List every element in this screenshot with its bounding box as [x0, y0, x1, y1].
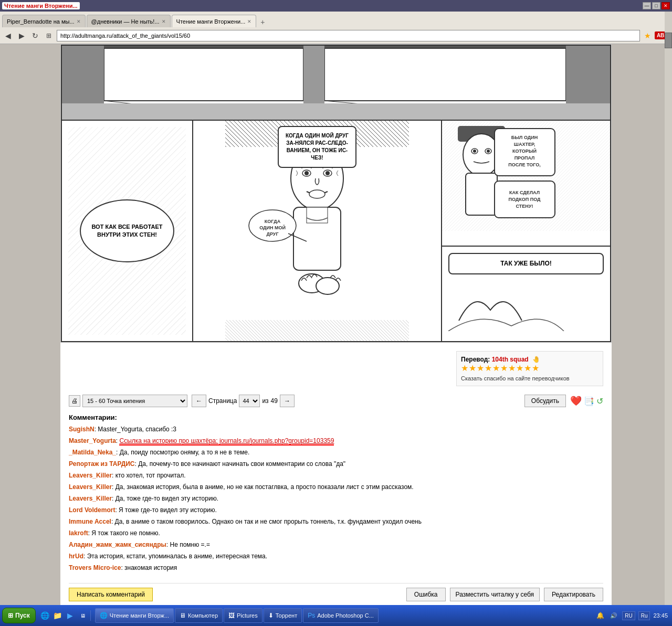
page-label: Страница: [208, 397, 237, 405]
quick-launch-show-desktop[interactable]: 🖥: [78, 610, 88, 621]
comment-text-12: : Эта история, кстати, упоминалась в ани…: [83, 553, 267, 560]
taskbar-item-photoshop[interactable]: Ps Adobe Photoshop C...: [303, 608, 379, 623]
quick-launch-folder[interactable]: 📁: [52, 610, 63, 621]
translation-team-link[interactable]: 104th squad: [492, 356, 529, 363]
maximize-button[interactable]: □: [652, 2, 660, 9]
new-tab-button[interactable]: +: [257, 17, 268, 27]
comment-author-8[interactable]: Lord Voldemort: [69, 506, 115, 514]
tab-bar: Piper_Bernadotte на мы... ✕ @дневники — …: [0, 12, 672, 27]
start-label: Пуск: [15, 612, 30, 619]
taskbar-item-torrent[interactable]: ⬇ Торрент: [264, 608, 302, 623]
quick-launch-media[interactable]: ▶: [65, 610, 76, 621]
comment-author-7[interactable]: Leavers_Killer: [69, 495, 112, 502]
edit-button[interactable]: Редактировать: [544, 588, 603, 601]
lang-button-ru2[interactable]: Ru: [638, 611, 650, 620]
svg-text:КАК СДЕЛАЛ: КАК СДЕЛАЛ: [509, 190, 540, 195]
taskbar-item-manga-label: Чтение манги Вторж...: [110, 612, 169, 619]
comment-link-2[interactable]: Ссылка на историю про шахтёра: journals.…: [119, 437, 334, 445]
comment-4: Репортаж из ТАРДИС: Да, почему-то все на…: [69, 459, 603, 469]
comments-title: Комментарии:: [69, 413, 603, 421]
taskbar-item-manga[interactable]: 🌐 Чтение манги Вторж...: [95, 608, 174, 623]
scroll-thumb[interactable]: [665, 33, 672, 48]
svg-point-18: [326, 171, 330, 175]
svg-rect-1: [104, 48, 303, 101]
comment-author-2[interactable]: Master_Yogurta: [69, 437, 116, 444]
taskbar-item-manga-icon: 🌐: [100, 612, 108, 619]
svg-rect-37: [466, 173, 497, 215]
print-icon[interactable]: 🖨: [69, 395, 80, 407]
address-input[interactable]: [60, 33, 636, 39]
panel-center: КОГДА ОДИН МОЙ ДРУГ КОГД: [193, 121, 442, 341]
comment-text-1: : Master_Yogurta, спасибо :3: [94, 426, 176, 433]
manga-main-panel: ВОТ КАК ВСЕ РАБОТАЕТ ВНУТРИ ЭТИХ СТЕН!: [61, 121, 611, 342]
next-page-button[interactable]: →: [280, 395, 295, 407]
action-icons: ❤️ 📑 ↺: [570, 395, 603, 407]
tab-2-close[interactable]: ✕: [162, 19, 166, 24]
svg-point-17: [304, 171, 309, 175]
taskbar-notify-icon-2: 🔊: [608, 610, 619, 621]
comment-author-13[interactable]: Trovers Micro-ice: [69, 564, 121, 571]
taskbar-item-torrent-label: Торрент: [276, 612, 297, 619]
comment-author-1[interactable]: SugishN: [69, 426, 94, 433]
svg-text:ПРОПАЛ: ПРОПАЛ: [514, 155, 535, 161]
svg-text:СТЕНУ!: СТЕНУ!: [516, 204, 533, 209]
start-button[interactable]: ⊞ Пуск: [2, 608, 36, 623]
comment-author-12[interactable]: hrUd: [69, 553, 83, 560]
minimize-button[interactable]: —: [643, 2, 651, 9]
lang-button-ru[interactable]: RU: [622, 611, 635, 620]
taskbar-item-pictures-label: Pictures: [237, 612, 258, 619]
prev-page-button[interactable]: ←: [192, 395, 206, 407]
comment-author-11[interactable]: Аладин_жамк_жамк_сисяндры: [69, 541, 166, 548]
taskbar-item-pictures[interactable]: 🖼 Pictures: [224, 608, 262, 623]
tab-3-close[interactable]: ✕: [247, 19, 251, 24]
taskbar-item-photoshop-label: Adobe Photoshop C...: [317, 612, 374, 619]
svg-text:ДРУГ: ДРУГ: [267, 231, 279, 237]
manga-top-strip: [61, 45, 611, 121]
quick-launch-ie[interactable]: 🌐: [40, 610, 50, 621]
page-select[interactable]: 44: [239, 395, 260, 407]
close-button[interactable]: ✕: [662, 2, 670, 9]
tab-2[interactable]: @дневники — Не ныть!... ✕: [87, 15, 171, 27]
clock: 23:45: [653, 612, 668, 619]
page-nav: ← Страница 44 из 49 →: [192, 395, 295, 407]
svg-text:ПОДКОП ПОД: ПОДКОП ПОД: [509, 197, 541, 202]
comment-author-10[interactable]: Iakroft: [69, 529, 88, 537]
comment-text-13: : знакомая история: [121, 564, 177, 571]
bookmark-icon[interactable]: 📑: [584, 396, 594, 406]
write-comment-button[interactable]: Написать комментарий: [69, 588, 153, 601]
chapter-select[interactable]: 15 - 60 Точка кипения: [82, 395, 187, 407]
comment-text-11: : Не помню =.=: [166, 541, 210, 548]
home-button[interactable]: ⊞: [43, 30, 55, 41]
bookmark-star[interactable]: ★: [642, 30, 654, 41]
tab-1[interactable]: Piper_Bernadotte на мы... ✕: [2, 15, 86, 27]
back-button[interactable]: ◀: [2, 30, 14, 41]
manga-top-panel: [62, 46, 610, 121]
taskbar-item-computer[interactable]: 🖥 Компьютер: [175, 608, 223, 623]
info-controls: Перевод: 104th squad 🤚 ★★★★★★★★★★ Сказат…: [60, 347, 612, 606]
comment-10: Iakroft: Я тож такого не помню.: [69, 528, 603, 538]
comment-author-6[interactable]: Leavers_Killer: [69, 483, 112, 491]
comment-author-3[interactable]: _Matilda_Neka_: [69, 449, 116, 456]
address-bar[interactable]: [57, 30, 640, 41]
comment-6: Leavers_Killer: Да, знакомая история, бы…: [69, 482, 603, 492]
reload-button[interactable]: ↻: [29, 30, 41, 41]
taskbar-item-torrent-icon: ⬇: [268, 612, 274, 619]
comment-text-4: : Да, почему-то все начинают начинать св…: [135, 460, 346, 468]
tab-1-close[interactable]: ✕: [77, 19, 81, 24]
tab-3[interactable]: Чтение манги Вторжени... ✕: [172, 15, 257, 27]
comment-author-5[interactable]: Leavers_Killer: [69, 472, 112, 479]
comment-author-4[interactable]: Репортаж из ТАРДИС: [69, 460, 135, 468]
error-button[interactable]: Ошибка: [406, 588, 446, 601]
comment-author-9[interactable]: Immune Accel: [69, 518, 111, 525]
nav-bar: ◀ ▶ ↻ ⊞ ★ ABP: [0, 27, 672, 44]
forward-button[interactable]: ▶: [16, 30, 27, 41]
heart-icon[interactable]: ❤️: [570, 395, 582, 407]
refresh-icon[interactable]: ↺: [596, 396, 603, 406]
page-scrollbar[interactable]: [665, 12, 672, 605]
svg-text:ПОСЛЕ ТОГО,: ПОСЛЕ ТОГО,: [508, 162, 540, 167]
comment-text-5: : кто хотел, тот прочитал.: [112, 472, 186, 479]
discuss-button[interactable]: Обсудить: [524, 395, 566, 407]
title-bar: Чтение манги Вторжени... — □ ✕: [0, 0, 672, 12]
place-reader-button[interactable]: Разместить читалку у себя: [450, 588, 540, 601]
comment-5: Leavers_Killer: кто хотел, тот прочитал.: [69, 471, 603, 480]
